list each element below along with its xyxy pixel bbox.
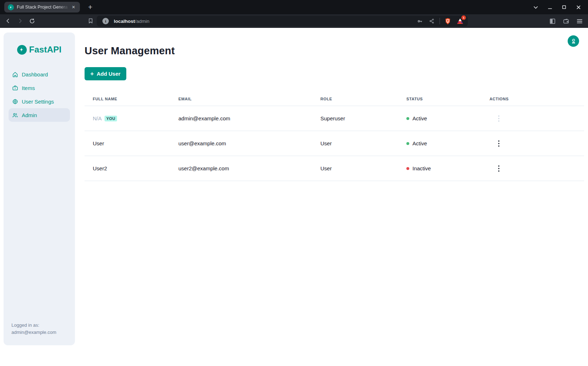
cell-status: Active (406, 140, 490, 146)
cell-role: Superuser (320, 115, 406, 121)
browser-tab[interactable]: Full Stack Project Genera ✕ (4, 2, 80, 12)
sidebar-item-user-settings[interactable]: User Settings (9, 95, 70, 108)
reload-button[interactable] (27, 16, 37, 26)
menu-hamburger-icon[interactable] (575, 17, 584, 25)
kebab-icon (498, 140, 500, 147)
cell-full-name: User2 (93, 165, 107, 171)
plus-icon: + (90, 71, 94, 77)
fastapi-logo: FastAPI (4, 45, 75, 55)
you-badge: YOU (105, 116, 117, 121)
share-icon[interactable] (427, 17, 436, 25)
forward-button[interactable] (15, 16, 25, 26)
kebab-icon (498, 115, 500, 122)
rewards-badge: 1 (461, 15, 466, 20)
maximize-button[interactable] (559, 2, 569, 12)
fastapi-logo-icon (17, 45, 27, 55)
users-icon (12, 112, 18, 118)
cell-full-name: N/A (93, 115, 102, 121)
add-user-button[interactable]: + Add User (85, 67, 126, 80)
brave-shield-icon[interactable] (443, 17, 452, 25)
close-window-button[interactable] (574, 2, 583, 12)
col-header-email: EMAIL (178, 97, 320, 101)
brave-rewards-icon[interactable]: 1 (456, 17, 464, 25)
col-header-status: STATUS (406, 97, 490, 101)
row-actions-menu-button[interactable] (495, 114, 503, 124)
sidebar-item-label: User Settings (22, 99, 54, 105)
col-header-role: ROLE (320, 97, 406, 101)
address-bar[interactable]: i localhost/admin 1 (97, 16, 468, 26)
table-header-row: FULL NAME EMAIL ROLE STATUS ACTIONS (85, 92, 584, 106)
browser-toolbar: i localhost/admin 1 (0, 14, 588, 28)
logo-text: FastAPI (29, 45, 62, 55)
page-title: User Management (85, 45, 584, 57)
cell-role: User (320, 165, 406, 171)
sidebar-nav: Dashboard Items User Settings Admin (4, 67, 75, 122)
tab-title: Full Stack Project Genera (17, 5, 70, 10)
wallet-icon[interactable] (562, 17, 570, 25)
tab-close-icon[interactable]: ✕ (70, 4, 77, 10)
status-dot (406, 142, 409, 145)
toolbar-divider (440, 18, 440, 24)
logged-in-email: admin@example.com (11, 329, 56, 336)
cell-status: Active (406, 115, 490, 121)
status-dot (406, 117, 409, 120)
sidebar-panel-icon[interactable] (548, 17, 557, 25)
cell-status: Inactive (406, 165, 490, 171)
col-header-actions: ACTIONS (490, 97, 576, 101)
sidebar-item-items[interactable]: Items (9, 81, 70, 95)
sidebar-item-dashboard[interactable]: Dashboard (9, 67, 70, 81)
status-label: Active (412, 140, 427, 146)
page-content: FastAPI Dashboard Items User Settings A (0, 28, 588, 366)
status-dot (406, 167, 409, 170)
url-host: localhost (114, 19, 135, 24)
sidebar: FastAPI Dashboard Items User Settings A (4, 32, 75, 345)
tab-bar: Full Stack Project Genera ✕ + (0, 0, 588, 14)
cell-email: user2@example.com (178, 165, 320, 171)
gear-icon (12, 99, 18, 105)
new-tab-button[interactable]: + (86, 2, 95, 12)
sidebar-item-admin[interactable]: Admin (9, 108, 70, 122)
status-label: Inactive (412, 165, 431, 171)
password-key-icon[interactable] (415, 17, 424, 25)
kebab-icon (498, 165, 500, 172)
sidebar-item-label: Dashboard (22, 71, 48, 77)
url-path: /admin (135, 19, 149, 24)
home-icon (12, 71, 18, 77)
fastapi-favicon-icon (8, 4, 14, 10)
status-label: Active (412, 115, 427, 121)
site-info-icon[interactable]: i (102, 18, 109, 24)
cell-role: User (320, 140, 406, 146)
cell-full-name: User (93, 140, 104, 146)
sidebar-item-label: Admin (22, 112, 37, 118)
users-table: FULL NAME EMAIL ROLE STATUS ACTIONS N/A … (85, 92, 584, 181)
table-row: User user@example.com User Active (85, 131, 584, 156)
tab-search-chevron-icon[interactable] (531, 2, 540, 12)
table-row: N/A YOU admin@example.com Superuser Acti… (85, 106, 584, 131)
main-panel: User Management + Add User FULL NAME EMA… (85, 28, 584, 181)
cell-email: admin@example.com (178, 115, 320, 121)
bookmark-icon[interactable] (86, 16, 96, 26)
row-actions-menu-button[interactable] (495, 164, 503, 174)
back-button[interactable] (3, 16, 13, 26)
url-text[interactable]: localhost/admin (114, 19, 415, 24)
sidebar-item-label: Items (22, 85, 35, 91)
col-header-full-name: FULL NAME (93, 97, 178, 101)
add-user-label: Add User (97, 71, 121, 77)
browser-window: Full Stack Project Genera ✕ + (0, 0, 588, 366)
table-row: User2 user2@example.com User Inactive (85, 156, 584, 181)
minimize-button[interactable] (545, 2, 554, 12)
logged-in-info: Logged in as: admin@example.com (11, 322, 56, 336)
briefcase-icon (12, 85, 18, 91)
cell-email: user@example.com (178, 140, 320, 146)
row-actions-menu-button[interactable] (495, 139, 503, 149)
logged-in-label: Logged in as: (11, 322, 56, 329)
